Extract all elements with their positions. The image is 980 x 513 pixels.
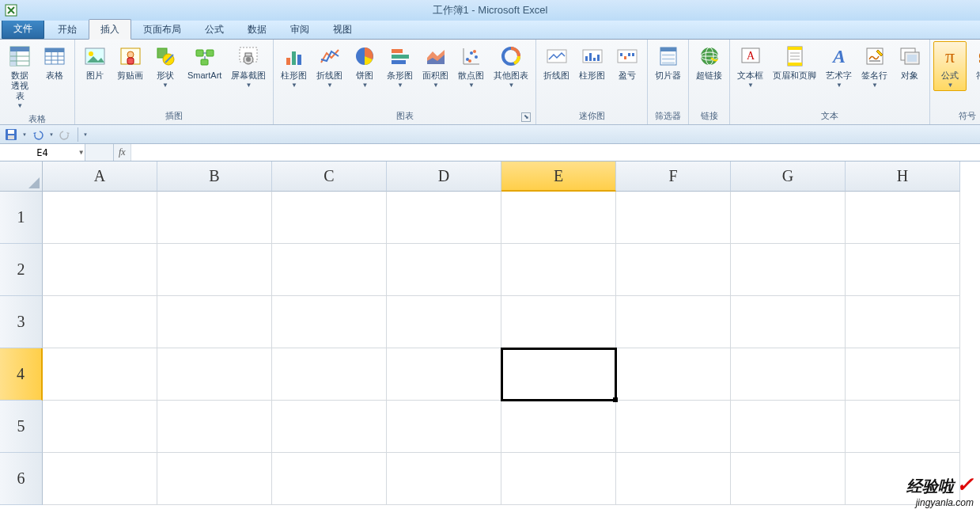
column-header[interactable]: C (272, 162, 387, 192)
tab-layout[interactable]: 页面布局 (131, 19, 193, 39)
tab-view[interactable]: 视图 (321, 19, 364, 39)
other-charts-button[interactable]: 其他图表▼ (490, 41, 532, 91)
object-button[interactable]: 对象 (893, 41, 926, 83)
cell[interactable] (501, 192, 616, 244)
cell[interactable] (387, 348, 501, 401)
cell[interactable] (43, 401, 157, 453)
bar-chart-button[interactable]: 条形图▼ (383, 41, 417, 91)
smartart-button[interactable]: SmartArt (184, 41, 225, 83)
cell[interactable] (272, 453, 387, 505)
equation-button[interactable]: π公式▼ (933, 41, 967, 91)
tab-formulas[interactable]: 公式 (193, 19, 236, 39)
cell[interactable] (731, 296, 846, 348)
column-header[interactable]: F (616, 162, 731, 192)
cell[interactable] (272, 244, 387, 296)
screenshot-button[interactable]: 屏幕截图▼ (227, 41, 270, 91)
formula-input[interactable] (131, 144, 980, 161)
column-header[interactable]: H (846, 162, 960, 192)
column-header[interactable]: B (157, 162, 272, 192)
cell[interactable] (846, 401, 960, 453)
cell[interactable] (731, 401, 846, 453)
row-header[interactable]: 5 (0, 401, 43, 453)
customize-qa-icon[interactable]: ▼ (83, 132, 88, 137)
chevron-down-icon[interactable]: ▼ (22, 132, 27, 137)
redo-button[interactable] (57, 127, 73, 142)
cell[interactable] (731, 244, 846, 296)
line-chart-button[interactable]: 折线图▼ (312, 41, 346, 91)
table-button[interactable]: 表格 (39, 41, 72, 83)
save-button[interactable] (3, 127, 19, 142)
cell[interactable] (616, 296, 731, 348)
tab-home[interactable]: 开始 (46, 19, 89, 39)
cell[interactable] (272, 296, 387, 348)
symbol-button[interactable]: Ω符号 (968, 41, 980, 83)
row-header[interactable]: 1 (0, 192, 43, 244)
textbox-button[interactable]: A文本框▼ (733, 41, 767, 91)
cell[interactable] (501, 401, 616, 453)
chevron-down-icon[interactable]: ▼ (49, 132, 54, 137)
tab-data[interactable]: 数据 (236, 19, 278, 39)
cell[interactable] (157, 244, 272, 296)
name-box[interactable]: E4▼ (0, 144, 85, 161)
cell[interactable] (501, 453, 616, 505)
cell[interactable] (616, 244, 731, 296)
cell[interactable] (43, 296, 157, 348)
sparkline-column-button[interactable]: 柱形图 (575, 41, 609, 83)
cell[interactable] (43, 348, 157, 401)
cell[interactable] (387, 453, 501, 505)
sparkline-line-button[interactable]: 折线图 (539, 41, 573, 83)
cell-grid[interactable] (43, 192, 980, 513)
cell[interactable] (272, 401, 387, 453)
hyperlink-button[interactable]: 超链接 (692, 41, 726, 83)
tab-file[interactable]: 文件 (2, 19, 44, 39)
picture-button[interactable]: 图片 (78, 41, 112, 83)
cell[interactable] (43, 453, 157, 505)
chevron-down-icon[interactable]: ▼ (79, 149, 83, 156)
row-header[interactable]: 4 (0, 348, 43, 401)
tab-review[interactable]: 审阅 (278, 19, 321, 39)
dialog-launcher-icon[interactable]: ⬊ (521, 112, 531, 122)
cell[interactable] (43, 192, 157, 244)
cell[interactable] (43, 244, 157, 296)
wordart-button[interactable]: A艺术字▼ (822, 41, 856, 91)
cell[interactable] (731, 453, 846, 505)
clipart-button[interactable]: 剪贴画 (113, 41, 147, 83)
select-all-corner[interactable] (0, 162, 43, 192)
scatter-chart-button[interactable]: 散点图▼ (454, 41, 488, 91)
pie-chart-button[interactable]: 饼图▼ (348, 41, 381, 91)
column-header[interactable]: E (501, 162, 616, 192)
cell[interactable] (501, 244, 616, 296)
column-header[interactable]: G (731, 162, 846, 192)
row-header[interactable]: 6 (0, 453, 43, 505)
cell[interactable] (846, 296, 960, 348)
undo-button[interactable] (30, 127, 46, 142)
cell[interactable] (846, 192, 960, 244)
column-header[interactable]: D (387, 162, 501, 192)
cell[interactable] (846, 348, 960, 401)
pivot-table-button[interactable]: 数据 透视表 ▼ (3, 41, 37, 112)
sparkline-winloss-button[interactable]: 盈亏 (611, 41, 644, 83)
tab-insert[interactable]: 插入 (89, 19, 131, 40)
cell[interactable] (731, 348, 846, 401)
cell[interactable] (616, 192, 731, 244)
cell[interactable] (387, 401, 501, 453)
fx-icon[interactable]: fx (119, 146, 126, 158)
cell[interactable] (157, 453, 272, 505)
cell[interactable] (501, 296, 616, 348)
column-header[interactable]: A (43, 162, 157, 192)
cell[interactable] (157, 192, 272, 244)
cell[interactable] (731, 192, 846, 244)
cell[interactable] (272, 192, 387, 244)
cell[interactable] (387, 296, 501, 348)
shapes-button[interactable]: 形状▼ (149, 41, 182, 91)
slicer-button[interactable]: 切片器 (651, 41, 685, 83)
cell[interactable] (616, 348, 731, 401)
row-header[interactable]: 3 (0, 296, 43, 348)
column-chart-button[interactable]: 柱形图▼ (277, 41, 311, 91)
cell[interactable] (501, 348, 616, 401)
header-footer-button[interactable]: 页眉和页脚 (769, 41, 820, 83)
cell[interactable] (157, 348, 272, 401)
cell[interactable] (846, 244, 960, 296)
cell[interactable] (616, 401, 731, 453)
signature-line-button[interactable]: 签名行▼ (857, 41, 891, 91)
